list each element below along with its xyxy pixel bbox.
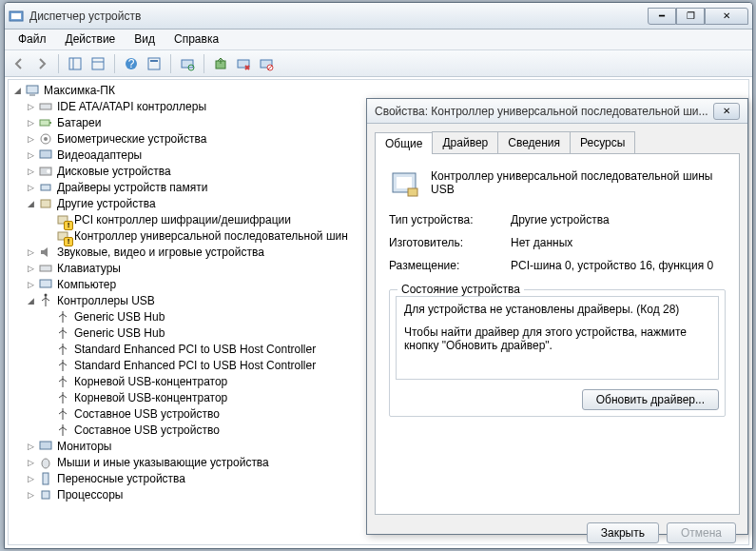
maximize-button[interactable]: ❐: [676, 8, 705, 25]
expand-icon[interactable]: ▷: [26, 457, 36, 467]
disable-button[interactable]: [256, 53, 277, 74]
device-status-group: Состояние устройства Для устройства не у…: [389, 289, 726, 417]
mouse-icon: [38, 455, 53, 470]
tab-general[interactable]: Общие: [375, 132, 433, 154]
status-textbox[interactable]: Для устройства не установлены драйверы. …: [396, 296, 719, 380]
expand-icon[interactable]: ▷: [26, 441, 36, 451]
tabstrip: Общие Драйвер Сведения Ресурсы: [367, 124, 747, 153]
svg-rect-36: [40, 442, 51, 449]
dialog-title-text: Свойства: Контроллер универсальной после…: [375, 105, 713, 118]
titlebar-text: Диспетчер устройств: [29, 10, 648, 23]
svg-rect-38: [43, 473, 48, 484]
disk-icon: [38, 164, 53, 179]
help-button[interactable]: ?: [121, 53, 142, 74]
status-line2: Чтобы найти драйвер для этого устройства…: [404, 325, 710, 352]
keyboard-icon: [38, 261, 53, 276]
svg-point-35: [45, 293, 48, 296]
tab-driver[interactable]: Драйвер: [432, 131, 498, 153]
tab-resources[interactable]: Ресурсы: [570, 131, 635, 153]
pc-icon: [38, 277, 53, 292]
minimize-button[interactable]: ━: [648, 8, 676, 25]
svg-rect-39: [42, 491, 49, 499]
svg-rect-22: [40, 120, 49, 126]
svg-rect-9: [150, 60, 158, 62]
other-devices-icon: [38, 196, 53, 211]
svg-rect-41: [397, 177, 412, 188]
svg-rect-4: [92, 58, 104, 69]
svg-rect-23: [49, 122, 51, 124]
forward-button[interactable]: [31, 53, 52, 74]
menu-help[interactable]: Справка: [165, 30, 228, 49]
menu-file[interactable]: Файл: [9, 30, 56, 49]
dialog-titlebar: Свойства: Контроллер универсальной после…: [367, 99, 747, 124]
expand-icon[interactable]: ▷: [26, 489, 36, 500]
expand-icon[interactable]: ▷: [26, 279, 36, 289]
expand-icon[interactable]: ▷: [26, 182, 36, 192]
computer-icon: [25, 83, 40, 98]
toolbar-props-icon[interactable]: [144, 53, 165, 74]
properties-button[interactable]: [87, 53, 108, 74]
usb-icon: [55, 423, 70, 438]
expand-icon[interactable]: ▷: [26, 133, 36, 144]
titlebar: Диспетчер устройств ━ ❐ ✕: [5, 3, 752, 30]
cpu-icon: [38, 487, 53, 502]
update-driver-button[interactable]: Обновить драйвер...: [582, 389, 719, 410]
svg-rect-34: [40, 280, 51, 287]
tab-panel-general: Контроллер универсальной последовательно…: [375, 153, 740, 515]
svg-rect-8: [148, 58, 160, 69]
device-name-label: Контроллер универсальной последовательно…: [431, 167, 726, 198]
device-large-icon: [389, 167, 419, 198]
update-driver-button[interactable]: [210, 53, 231, 74]
expand-icon[interactable]: ▷: [26, 246, 36, 257]
collapse-icon[interactable]: ◢: [26, 198, 36, 208]
mfr-value: Нет данных: [511, 236, 726, 249]
svg-point-25: [44, 137, 48, 141]
type-value: Другие устройства: [511, 213, 726, 226]
collapse-icon[interactable]: ◢: [26, 295, 36, 305]
expand-icon[interactable]: ▷: [26, 149, 36, 160]
collapse-icon[interactable]: ◢: [12, 85, 23, 95]
uninstall-button[interactable]: [233, 53, 254, 74]
svg-rect-29: [41, 185, 50, 190]
svg-rect-20: [29, 94, 35, 96]
tree-root[interactable]: ◢Максимка-ПК: [9, 82, 748, 98]
expand-icon[interactable]: ▷: [26, 101, 36, 111]
show-hide-tree-button[interactable]: [65, 53, 86, 74]
memory-icon: [38, 180, 53, 195]
tab-details[interactable]: Сведения: [497, 131, 571, 153]
usb-icon: [55, 325, 70, 341]
expand-icon[interactable]: ▷: [26, 117, 36, 128]
loc-label: Размещение:: [389, 259, 503, 272]
toolbar: ?: [5, 50, 752, 77]
menu-view[interactable]: Вид: [125, 30, 165, 49]
svg-text:?: ?: [128, 57, 135, 70]
svg-rect-21: [40, 104, 51, 109]
svg-rect-10: [182, 60, 193, 68]
unknown-device-icon: !: [55, 228, 70, 244]
scan-hardware-button[interactable]: [177, 53, 198, 74]
svg-point-28: [47, 169, 50, 173]
usb-icon: [55, 342, 70, 357]
dialog-cancel-button[interactable]: Отмена: [667, 522, 736, 543]
unknown-device-icon: !: [55, 212, 70, 227]
app-icon: [9, 9, 24, 24]
svg-rect-1: [11, 13, 21, 19]
back-button[interactable]: [9, 53, 29, 74]
expand-icon[interactable]: ▷: [26, 263, 36, 273]
usb-icon: [55, 406, 70, 422]
dialog-close-action-button[interactable]: Закрыть: [587, 522, 659, 543]
portable-icon: [38, 471, 53, 486]
type-label: Тип устройства:: [389, 213, 503, 226]
status-line1: Для устройства не установлены драйверы. …: [404, 303, 710, 316]
expand-icon[interactable]: ▷: [26, 166, 36, 176]
svg-rect-30: [41, 200, 50, 207]
warning-overlay-icon: !: [64, 237, 73, 246]
biometric-icon: [38, 131, 53, 147]
menu-action[interactable]: Действие: [56, 30, 126, 49]
usb-icon: [55, 374, 70, 389]
usb-controller-icon: [38, 293, 53, 308]
mfr-label: Изготовитель:: [389, 236, 503, 249]
close-button[interactable]: ✕: [705, 8, 748, 25]
dialog-close-button[interactable]: ✕: [713, 103, 740, 120]
expand-icon[interactable]: ▷: [26, 473, 36, 483]
